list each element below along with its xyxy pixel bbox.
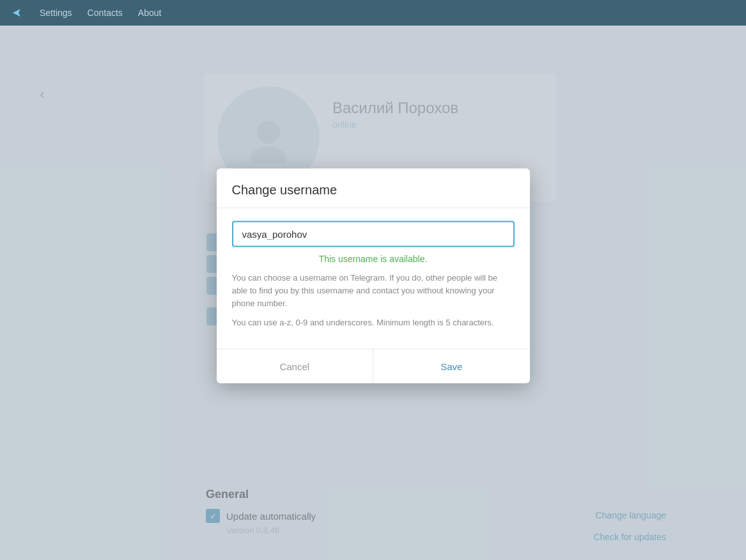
app-logo bbox=[8, 4, 26, 22]
menu-about[interactable]: About bbox=[132, 5, 168, 20]
dialog-title: Change username bbox=[232, 183, 515, 198]
dialog-body: This username is available. You can choo… bbox=[217, 208, 530, 344]
info-paragraph-2: You can use a-z, 0-9 and underscores. Mi… bbox=[232, 316, 515, 329]
change-username-dialog: Change username This username is availab… bbox=[217, 169, 530, 384]
dialog-footer: Cancel Save bbox=[217, 348, 530, 383]
menu-bar: Settings Contacts About bbox=[0, 0, 746, 26]
availability-message: This username is available. bbox=[232, 254, 515, 264]
menu-contacts[interactable]: Contacts bbox=[81, 5, 129, 20]
info-paragraph-1: You can choose a username on Telegram. I… bbox=[232, 272, 515, 310]
cancel-button[interactable]: Cancel bbox=[217, 349, 374, 383]
save-button[interactable]: Save bbox=[373, 349, 530, 383]
username-input[interactable] bbox=[232, 221, 515, 247]
menu-settings[interactable]: Settings bbox=[33, 5, 79, 20]
dialog-header: Change username bbox=[217, 169, 530, 208]
